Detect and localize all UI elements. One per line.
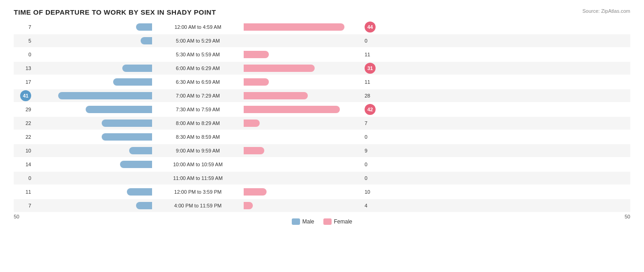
right-value-cell: 0	[363, 134, 382, 140]
right-value-cell: 10	[363, 189, 382, 195]
left-value-cell: 41	[14, 90, 33, 101]
female-value: 4	[365, 203, 367, 208]
right-value-cell: 42	[363, 104, 382, 115]
time-label: 7:00 AM to 7:29 AM	[152, 93, 244, 98]
female-bar	[244, 78, 269, 86]
right-value-cell: 11	[363, 79, 382, 85]
female-bar	[244, 202, 253, 209]
female-badge-value: 44	[365, 22, 376, 33]
female-bar-area	[244, 147, 363, 154]
time-label: 8:30 AM to 8:59 AM	[152, 134, 244, 140]
left-value-cell: 22	[14, 134, 33, 140]
male-value: 13	[26, 65, 31, 71]
female-value: 28	[365, 93, 370, 98]
male-value: 22	[26, 120, 31, 126]
chart-container: TIME OF DEPARTURE TO WORK BY SEX IN SHAD…	[0, 0, 644, 272]
female-bar-area	[244, 78, 363, 86]
chart-row: 14 10:00 AM to 10:59 AM 0	[14, 158, 630, 171]
female-bar-area	[244, 188, 363, 196]
male-bar-area	[33, 106, 152, 113]
male-value: 14	[26, 162, 31, 167]
male-bar-area	[33, 188, 152, 196]
female-bar-area	[244, 133, 363, 141]
right-value-cell: 28	[363, 93, 382, 98]
legend-male-box	[292, 218, 300, 225]
source-text: Source: ZipAtlas.com	[582, 8, 630, 14]
axis-left-label: 50	[14, 214, 19, 219]
male-bar	[102, 120, 152, 127]
chart-row: 17 6:30 AM to 6:59 AM 11	[14, 76, 630, 88]
female-bar-area	[244, 120, 363, 127]
female-bar-area	[244, 92, 363, 99]
male-bar-area	[33, 202, 152, 209]
female-value: 11	[365, 79, 370, 85]
male-value: 0	[28, 52, 31, 57]
chart-row: 13 6:00 AM to 6:29 AM 31	[14, 62, 630, 75]
male-value: 7	[28, 203, 31, 208]
male-bar-area	[33, 174, 152, 182]
time-label: 10:00 AM to 10:59 AM	[152, 162, 244, 167]
left-value-cell: 5	[14, 38, 33, 44]
time-label: 6:30 AM to 6:59 AM	[152, 79, 244, 85]
right-value-cell: 9	[363, 148, 382, 153]
left-value-cell: 0	[14, 175, 33, 181]
left-value-cell: 10	[14, 148, 33, 153]
legend-male-label: Male	[302, 218, 314, 225]
chart-area: 7 12:00 AM to 4:59 AM 44 5 5:00 AM to 5:…	[14, 21, 630, 212]
time-label: 11:00 AM to 11:59 AM	[152, 175, 244, 181]
female-value: 0	[365, 175, 367, 181]
female-value: 0	[365, 134, 367, 140]
chart-row: 7 4:00 PM to 11:59 PM 4	[14, 199, 630, 212]
female-bar-area	[244, 23, 363, 31]
male-bar-area	[33, 133, 152, 141]
female-bar-area	[244, 202, 363, 209]
female-bar	[244, 120, 260, 127]
left-value-cell: 11	[14, 189, 33, 195]
female-bar-area	[244, 37, 363, 44]
male-bar-area	[33, 161, 152, 168]
male-value: 10	[26, 148, 31, 153]
female-bar	[244, 106, 340, 113]
female-bar	[244, 23, 344, 31]
left-value-cell: 7	[14, 24, 33, 30]
male-bar	[122, 65, 152, 72]
female-value: 9	[365, 148, 367, 153]
chart-row: 29 7:30 AM to 7:59 AM 42	[14, 103, 630, 116]
female-badge-value: 31	[365, 63, 376, 74]
time-label: 5:00 AM to 5:29 AM	[152, 38, 244, 44]
time-label: 5:30 AM to 5:59 AM	[152, 52, 244, 57]
chart-row: 5 5:00 AM to 5:29 AM 0	[14, 34, 630, 47]
legend-male: Male	[292, 218, 314, 225]
male-value: 7	[28, 24, 31, 30]
female-bar	[244, 65, 315, 72]
left-value-cell: 13	[14, 65, 33, 71]
legend-area: Male Female	[14, 218, 630, 225]
male-value: 17	[26, 79, 31, 85]
male-bar-area	[33, 120, 152, 127]
male-bar	[86, 106, 152, 113]
chart-row: 7 12:00 AM to 4:59 AM 44	[14, 21, 630, 33]
male-value: 11	[26, 189, 31, 195]
time-label: 9:00 AM to 9:59 AM	[152, 148, 244, 153]
male-value: 29	[26, 107, 31, 112]
female-bar-area	[244, 65, 363, 72]
left-value-cell: 14	[14, 162, 33, 167]
female-value: 0	[365, 162, 367, 167]
time-label: 6:00 AM to 6:29 AM	[152, 65, 244, 71]
right-value-cell: 7	[363, 120, 382, 126]
female-bar	[244, 92, 308, 99]
male-bar-area	[33, 51, 152, 58]
axis-right-label: 50	[625, 214, 630, 219]
male-value: 5	[28, 38, 31, 44]
time-label: 8:00 AM to 8:29 AM	[152, 120, 244, 126]
male-bar	[127, 188, 152, 196]
male-bar-area	[33, 78, 152, 86]
female-value: 7	[365, 120, 367, 126]
left-value-cell: 22	[14, 120, 33, 126]
male-bar-area	[33, 65, 152, 72]
right-value-cell: 0	[363, 162, 382, 167]
chart-row: 22 8:00 AM to 8:29 AM 7	[14, 117, 630, 130]
right-value-cell: 44	[363, 22, 382, 33]
time-label: 7:30 AM to 7:59 AM	[152, 107, 244, 112]
legend-female-label: Female	[334, 218, 352, 225]
